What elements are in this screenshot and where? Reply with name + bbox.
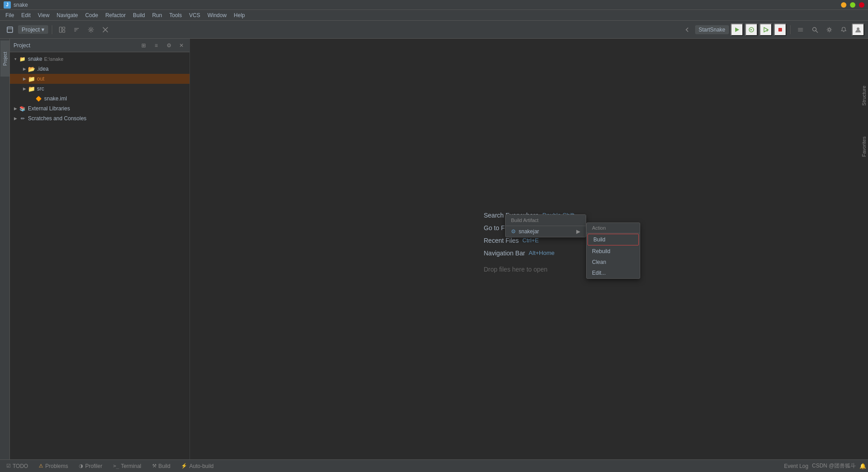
tree-item-scratches[interactable]: ▶ ✏ Scratches and Consoles — [10, 113, 190, 123]
shortcut-nav-key: Alt+Home — [529, 247, 554, 259]
menu-bar: File Edit View Navigate Code Refactor Bu… — [0, 10, 868, 21]
action-clean-item[interactable]: Clean — [587, 257, 640, 268]
favorites-tab[interactable]: Favorites — [860, 135, 868, 159]
toolbar-settings-btn[interactable] — [85, 23, 97, 36]
settings-btn[interactable] — [823, 23, 836, 36]
tree-item-src[interactable]: ▶ 📁 src — [10, 84, 190, 94]
lib-icon: 📚 — [19, 105, 26, 112]
project-header-layout-btn[interactable]: ⊞ — [139, 41, 148, 50]
scratch-icon: ✏ — [19, 115, 26, 122]
toolbar-sort-btn[interactable] — [70, 23, 83, 36]
folder-icon-src: 📁 — [28, 85, 35, 92]
tree-arrow-root[interactable]: ▾ — [12, 55, 19, 63]
maximize-button[interactable] — [850, 2, 855, 8]
tree-label-idea: .idea — [37, 66, 49, 72]
svg-rect-0 — [7, 27, 13, 32]
profiler-icon: ◑ — [79, 463, 83, 469]
stop-button[interactable] — [774, 23, 787, 36]
menu-view[interactable]: View — [34, 11, 53, 19]
avatar-btn[interactable] — [852, 23, 864, 36]
svg-line-16 — [816, 31, 818, 32]
window-controls — [841, 2, 864, 8]
project-dropdown[interactable]: Project ▾ — [18, 25, 48, 34]
svg-point-17 — [828, 28, 831, 31]
debug-button[interactable] — [745, 23, 758, 36]
tree-item-extlibs[interactable]: ▶ 📚 External Libraries — [10, 104, 190, 113]
tree-item-iml[interactable]: ▶ 🔶 snake.iml — [10, 94, 190, 104]
title-bar-title: snake — [14, 2, 28, 8]
menu-run[interactable]: Run — [149, 11, 166, 19]
folder-icon-idea: 📂 — [28, 65, 35, 73]
tree-item-root[interactable]: ▾ 📁 snake E:\snake — [10, 54, 190, 64]
tree-arrow-extlibs[interactable]: ▶ — [12, 105, 19, 112]
snakejar-arrow: ▶ — [576, 228, 580, 235]
bottom-bar: ☑ TODO ⚠ Problems ◑ Profiler >_ Terminal… — [0, 459, 868, 472]
svg-marker-11 — [735, 27, 739, 32]
menu-edit[interactable]: Edit — [18, 11, 34, 19]
run-config-area: StartSnake — [681, 23, 864, 36]
minimize-button[interactable] — [841, 2, 846, 8]
tree-arrow-out[interactable]: ▶ — [21, 75, 28, 82]
tab-auto-build[interactable]: ⚡ Auto-build — [176, 462, 218, 470]
menu-help[interactable]: Help — [230, 11, 249, 19]
run-button[interactable] — [731, 23, 743, 36]
menu-window[interactable]: Window — [204, 11, 231, 19]
tab-problems[interactable]: ⚠ Problems — [34, 462, 72, 470]
tab-todo[interactable]: ☑ TODO — [2, 462, 32, 470]
menu-code[interactable]: Code — [81, 11, 102, 19]
run-configuration-selector[interactable]: StartSnake — [695, 25, 729, 34]
project-header-settings-btn[interactable]: ⚙ — [164, 41, 173, 50]
menu-navigate[interactable]: Navigate — [53, 11, 81, 19]
tree-arrow-src[interactable]: ▶ — [21, 85, 28, 92]
tree-arrow-scratches[interactable]: ▶ — [12, 115, 19, 122]
tab-terminal[interactable]: >_ Terminal — [108, 462, 146, 470]
menu-tools[interactable]: Tools — [166, 11, 185, 19]
menu-build[interactable]: Build — [129, 11, 149, 19]
tree-label-scratches: Scratches and Consoles — [28, 115, 86, 122]
snakejar-icon: ⚙ — [511, 228, 516, 235]
notifications-btn[interactable] — [837, 23, 850, 36]
tab-profiler[interactable]: ◑ Profiler — [74, 462, 107, 470]
tree-label-src: src — [37, 86, 44, 92]
svg-rect-14 — [778, 28, 782, 32]
project-header-close-btn[interactable]: ✕ — [177, 41, 186, 50]
notification-bell[interactable]: 🔔 — [859, 463, 866, 469]
build-icon: ⚒ — [152, 463, 157, 469]
search-everywhere-btn[interactable] — [809, 23, 821, 36]
svg-rect-2 — [59, 27, 62, 32]
toolbar-close-btn[interactable] — [99, 23, 112, 36]
snakejar-item[interactable]: ⚙ snakejar ▶ — [506, 226, 586, 237]
menu-file[interactable]: File — [2, 11, 18, 19]
action-build-item[interactable]: Build — [588, 234, 639, 245]
toolbar-layout-btn[interactable] — [56, 23, 68, 36]
project-panel-title: Project — [14, 42, 136, 49]
tree-item-out[interactable]: ▶ 📁 out — [10, 74, 190, 84]
structure-tab[interactable]: Structure — [860, 84, 868, 108]
toolbar-sep-2 — [790, 25, 791, 34]
profiler-label: Profiler — [85, 463, 102, 469]
menu-vcs[interactable]: VCS — [185, 11, 204, 19]
project-header-sort-btn[interactable]: ≡ — [152, 41, 161, 50]
toolbar-extra-btn-1[interactable] — [794, 23, 807, 36]
title-bar: J snake — [0, 0, 868, 10]
todo-icon: ☑ — [6, 463, 11, 469]
build-artifact-header: Build Artifact — [506, 215, 586, 226]
app-icon: J — [4, 1, 11, 9]
close-button[interactable] — [859, 2, 864, 8]
tab-build[interactable]: ⚒ Build — [148, 462, 175, 470]
event-log-link[interactable]: Event Log — [784, 463, 808, 469]
tree-item-idea[interactable]: ▶ 📂 .idea — [10, 64, 190, 74]
tree-arrow-idea[interactable]: ▶ — [21, 65, 28, 73]
menu-refactor[interactable]: Refactor — [102, 11, 129, 19]
toolbar-project-icon[interactable] — [4, 23, 16, 36]
file-tree: ▾ 📁 snake E:\snake ▶ 📂 .idea ▶ 📁 out ▶ 📁 — [10, 52, 190, 459]
left-tab-project[interactable]: Project — [0, 41, 9, 77]
toolbar-back-btn[interactable] — [681, 23, 693, 36]
run-with-coverage-button[interactable] — [760, 23, 772, 36]
snakejar-label: snakejar — [519, 228, 539, 235]
action-rebuild-item[interactable]: Rebuild — [587, 246, 640, 257]
action-edit-item[interactable]: Edit... — [587, 268, 640, 278]
left-tabs: Project — [0, 39, 10, 459]
editor-area: Search Everywhere Double Shift Go to Fil… — [190, 39, 868, 459]
terminal-label: Terminal — [121, 463, 141, 469]
